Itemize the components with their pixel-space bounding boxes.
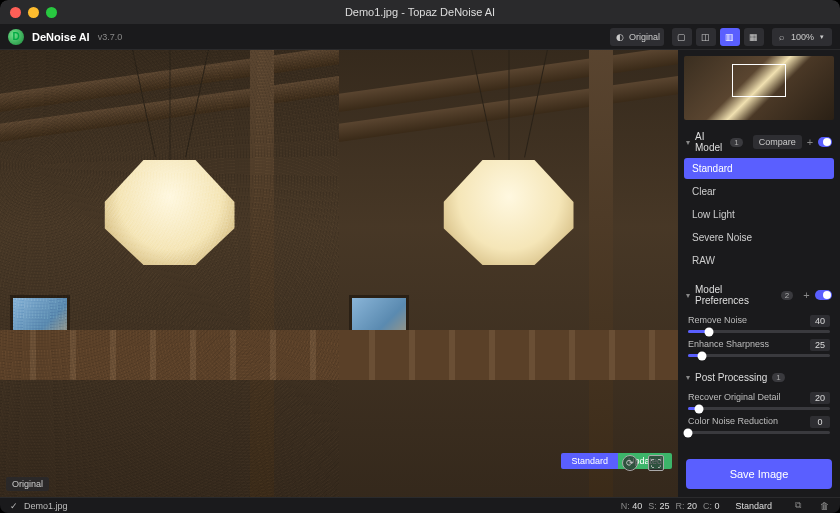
model-list: Standard Clear Low Light Severe Noise RA… (678, 158, 840, 279)
chevron-down-icon: ▾ (686, 373, 690, 382)
search-icon: ⌕ (776, 31, 788, 43)
ai-model-toggle[interactable] (818, 137, 832, 147)
zoom-level: 100% (791, 32, 814, 42)
copy-icon[interactable]: ⧉ (792, 500, 804, 512)
app-name: DeNoise AI (32, 31, 90, 43)
close-window-button[interactable] (10, 7, 21, 18)
remove-noise-slider[interactable]: Remove Noise40 (678, 311, 840, 335)
check-icon: ✓ (10, 501, 18, 511)
footer-filename[interactable]: Demo1.jpg (24, 501, 68, 511)
processed-pane: Standard Updated ⟳ ⛶ (339, 50, 678, 497)
post-processing-title: Post Processing (695, 372, 767, 383)
recover-detail-label: Recover Original Detail (688, 392, 781, 404)
pane-label-original: Original (6, 477, 49, 491)
model-prefs-toggle[interactable] (815, 290, 832, 300)
model-prefs-badge: 2 (781, 291, 793, 300)
window-title: Demo1.jpg - Topaz DeNoise AI (0, 6, 840, 18)
footer-model: Standard (735, 501, 772, 511)
post-processing-badge: 1 (772, 373, 784, 382)
columns-icon: ▥ (724, 31, 736, 43)
compare-button[interactable]: Compare (753, 135, 802, 149)
grid-icon: ▦ (748, 31, 760, 43)
model-severe-noise[interactable]: Severe Noise (684, 227, 834, 248)
ai-model-title: AI Model (695, 131, 725, 153)
minimize-window-button[interactable] (28, 7, 39, 18)
refresh-button[interactable]: ⟳ (622, 455, 638, 471)
recover-detail-value[interactable]: 20 (810, 392, 830, 404)
ai-model-header[interactable]: ▾ AI Model 1 Compare + (678, 126, 840, 158)
view-split-button[interactable]: ◫ (696, 28, 716, 46)
trash-icon[interactable]: 🗑 (818, 500, 830, 512)
footer-s: S: 25 (648, 501, 669, 511)
expand-icon: ⛶ (651, 458, 661, 469)
color-noise-value[interactable]: 0 (810, 416, 830, 428)
recover-detail-slider[interactable]: Recover Original Detail20 (678, 388, 840, 412)
plus-icon[interactable]: + (803, 289, 809, 301)
chevron-down-icon: ▾ (816, 31, 828, 43)
model-standard[interactable]: Standard (684, 158, 834, 179)
remove-noise-value[interactable]: 40 (810, 315, 830, 327)
model-prefs-header[interactable]: ▾ Model Preferences 2 + (678, 279, 840, 311)
titlebar: Demo1.jpg - Topaz DeNoise AI (0, 0, 840, 24)
square-icon: ▢ (676, 31, 688, 43)
model-clear[interactable]: Clear (684, 181, 834, 202)
sidebar: ▾ AI Model 1 Compare + Standard Clear Lo… (678, 50, 840, 497)
original-pane: Original (0, 50, 339, 497)
footer: ✓ Demo1.jpg N: 40 S: 25 R: 20 C: 0 Stand… (0, 497, 840, 513)
model-prefs-title: Model Preferences (695, 284, 776, 306)
zoom-button[interactable]: ⌕ 100% ▾ (772, 28, 832, 46)
footer-c: C: 0 (703, 501, 720, 511)
navigator-thumbnail (684, 56, 834, 120)
ai-model-badge: 1 (730, 138, 742, 147)
enhance-sharpness-label: Enhance Sharpness (688, 339, 769, 351)
chevron-down-icon: ▾ (686, 291, 690, 300)
compare-standard-label: Standard (561, 453, 618, 469)
circle-half-icon: ◐ (614, 31, 626, 43)
view-side-by-side-button[interactable]: ▥ (720, 28, 740, 46)
split-vertical-icon: ◫ (700, 31, 712, 43)
view-grid-button[interactable]: ▦ (744, 28, 764, 46)
original-toggle-button[interactable]: ◐ Original (610, 28, 664, 46)
post-processing-header[interactable]: ▾ Post Processing 1 (678, 367, 840, 388)
model-low-light[interactable]: Low Light (684, 204, 834, 225)
remove-noise-label: Remove Noise (688, 315, 747, 327)
chevron-down-icon: ▾ (686, 138, 690, 147)
color-noise-label: Color Noise Reduction (688, 416, 778, 428)
expand-button[interactable]: ⛶ (648, 455, 664, 471)
save-image-button[interactable]: Save Image (686, 459, 832, 489)
plus-icon[interactable]: + (807, 136, 813, 148)
image-viewer[interactable]: Original Standard Updated ⟳ ⛶ (0, 50, 678, 497)
view-single-button[interactable]: ▢ (672, 28, 692, 46)
footer-n: N: 40 (621, 501, 643, 511)
navigator[interactable] (678, 50, 840, 126)
app-logo-icon: D (8, 29, 24, 45)
enhance-sharpness-value[interactable]: 25 (810, 339, 830, 351)
maximize-window-button[interactable] (46, 7, 57, 18)
navigator-viewport[interactable] (732, 64, 786, 97)
refresh-icon: ⟳ (626, 458, 634, 468)
model-raw[interactable]: RAW (684, 250, 834, 271)
app-toolbar: D DeNoise AI v3.7.0 ◐ Original ▢ ◫ ▥ ▦ ⌕… (0, 24, 840, 50)
enhance-sharpness-slider[interactable]: Enhance Sharpness25 (678, 335, 840, 359)
footer-r: R: 20 (675, 501, 697, 511)
app-version: v3.7.0 (98, 32, 123, 42)
color-noise-slider[interactable]: Color Noise Reduction0 (678, 412, 840, 436)
window-controls (10, 7, 57, 18)
original-toggle-label: Original (629, 32, 660, 42)
